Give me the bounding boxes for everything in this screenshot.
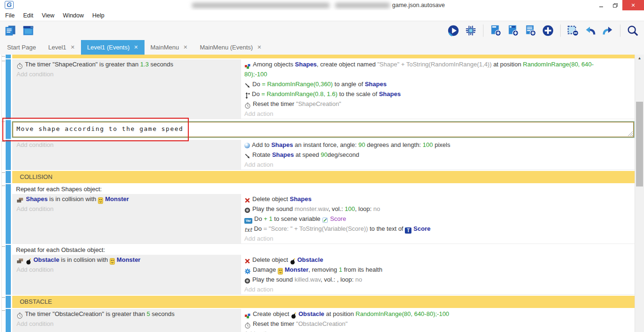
condition-line[interactable]: Shapes is in collision with Monster: [12, 194, 241, 204]
event-highlight-bar[interactable]: [6, 245, 11, 295]
add-condition-button[interactable]: Add condition: [12, 140, 241, 150]
action-line[interactable]: Create object Obstacle at position Rando…: [241, 309, 627, 319]
text-segment: Reset the timer: [253, 100, 296, 107]
condition-line[interactable]: The timer "ShapeCreation" is greater tha…: [12, 59, 241, 69]
fold-tick-icon: [2, 297, 5, 298]
scroll-up-arrow-icon[interactable]: ▲: [635, 55, 644, 62]
debug-icon[interactable]: [464, 24, 477, 37]
add-condition-button[interactable]: Add condition: [12, 319, 241, 329]
add-circle-icon[interactable]: [541, 24, 555, 37]
action-line[interactable]: Do = RandomInRange(0.8, 1.6) to the scal…: [241, 89, 627, 99]
text-segment: to the text of: [368, 225, 405, 232]
action-line[interactable]: txtDo = "Score: " + ToString(Variable(Sc…: [241, 224, 627, 234]
tab-close-icon[interactable]: ✕: [257, 44, 261, 50]
action-line[interactable]: Do = RandomInRange(0,360) to angle of Sh…: [241, 79, 627, 89]
create-object-icon: [244, 63, 251, 69]
action-line[interactable]: Reset the timer "ObstacleCreation": [241, 319, 627, 329]
action-line[interactable]: Among objects Shapes, create object name…: [241, 59, 627, 79]
add-comment-icon[interactable]: [524, 24, 537, 37]
minimize-icon[interactable]: [594, 0, 608, 10]
event-columns: Add conditionAdd to Shapes an instant fo…: [12, 140, 635, 170]
gdevelop-logo: G: [5, 1, 14, 9]
vertical-scrollbar[interactable]: ▲: [635, 55, 644, 332]
tab-level1-events-[interactable]: Level1 (Events)✕: [81, 40, 145, 55]
action-line[interactable]: VarDo + 1 to scene variable Score: [241, 214, 627, 224]
tab-start-page[interactable]: Start Page: [1, 40, 42, 55]
event-body: COLLISION: [12, 171, 635, 183]
delete-event-icon[interactable]: [566, 24, 580, 37]
menu-item-file[interactable]: File: [1, 11, 19, 21]
blurred-title-segment: [192, 3, 330, 8]
actions-column: Create object Obstacle at position Rando…: [241, 309, 635, 332]
action-line[interactable]: Add to Shapes an instant force, angle: 9…: [241, 140, 627, 150]
repeat-event-header[interactable]: Repeat for each Obstacle object:: [12, 245, 635, 255]
tab-level1[interactable]: Level1✕: [42, 40, 81, 55]
redo-icon[interactable]: [601, 24, 614, 37]
text-segment: 1.3: [140, 61, 149, 68]
action-line[interactable]: Play the sound monster.wav, vol.: 100, l…: [241, 204, 627, 214]
scrollbar-thumb[interactable]: [636, 102, 643, 186]
action-line[interactable]: Damage Monster, removing 1 from its heal…: [241, 265, 627, 275]
sound-icon: [244, 207, 250, 213]
scene-editor-icon[interactable]: [22, 24, 35, 37]
preview-play-icon[interactable]: [447, 24, 460, 37]
add-action-button[interactable]: Add action: [241, 284, 627, 294]
window-controls: ✕: [594, 0, 644, 10]
action-line[interactable]: Delete object Shapes: [241, 194, 627, 204]
condition-line[interactable]: Obstacle is in collision with Monster: [12, 255, 241, 265]
tab-mainmenu[interactable]: MainMenu✕: [145, 40, 194, 55]
text-segment: Do: [254, 215, 264, 222]
text-segment: is in collision with: [48, 195, 98, 202]
action-line[interactable]: Play the sound killed.wav, vol.: , loop:…: [241, 275, 627, 284]
event-highlight-bar[interactable]: [6, 296, 11, 308]
condition-line[interactable]: The timer "ObstacleCreation" is greater …: [12, 309, 241, 319]
tab-close-icon[interactable]: ✕: [134, 44, 138, 50]
event-highlight-bar[interactable]: [6, 59, 11, 119]
section-banner[interactable]: COLLISION: [12, 171, 635, 183]
event-highlight-bar[interactable]: [6, 120, 11, 139]
repeat-event-header[interactable]: Repeat for each Shapes object:: [12, 184, 635, 194]
maximize-icon[interactable]: [608, 0, 622, 10]
section-banner[interactable]: OBSTACLE: [12, 296, 635, 308]
tab-close-icon[interactable]: ✕: [71, 44, 75, 50]
add-action-button[interactable]: Add action: [241, 234, 627, 243]
event-highlight-bar[interactable]: [6, 55, 11, 58]
fold-gutter: [2, 309, 6, 332]
event-body: Repeat for each Obstacle object:Obstacle…: [12, 245, 635, 295]
action-line[interactable]: Delete object Obstacle: [241, 255, 627, 265]
add-event-icon[interactable]: [489, 24, 502, 37]
delete-icon: [244, 197, 250, 203]
close-icon[interactable]: ✕: [622, 0, 644, 10]
add-subevent-icon[interactable]: [507, 24, 520, 37]
event-highlight-bar[interactable]: [6, 140, 11, 170]
add-action-button[interactable]: Add action: [241, 329, 627, 332]
search-icon[interactable]: [626, 24, 639, 37]
tab-mainmenu-events-[interactable]: MainMenu (Events)✕: [193, 40, 267, 55]
add-action-button[interactable]: Add action: [241, 109, 627, 119]
text-segment: an instant force, angle:: [293, 141, 358, 148]
menu-item-view[interactable]: View: [38, 11, 59, 21]
fold-gutter: [2, 140, 6, 170]
undo-icon[interactable]: [584, 24, 597, 37]
action-line[interactable]: Reset the timer "ShapeCreation": [241, 99, 627, 109]
add-action-button[interactable]: Add action: [241, 160, 627, 170]
action-line[interactable]: Rotate Shapes at speed 90deg/second: [241, 150, 627, 160]
resize-handle-icon[interactable]: [628, 131, 633, 136]
text-segment: monster.wav: [295, 205, 329, 212]
menu-item-help[interactable]: Help: [88, 11, 109, 21]
menu-item-edit[interactable]: Edit: [19, 11, 38, 21]
event-highlight-bar[interactable]: [6, 184, 11, 244]
tab-label: Level1: [48, 44, 66, 51]
menu-item-window[interactable]: Window: [59, 11, 88, 21]
fold-gutter: [2, 120, 6, 139]
collision-icon: [16, 197, 24, 203]
project-manager-icon[interactable]: [4, 24, 17, 37]
add-condition-button[interactable]: Add condition: [12, 265, 241, 275]
event-highlight-bar[interactable]: [6, 309, 11, 332]
event-highlight-bar[interactable]: [6, 171, 11, 183]
add-condition-button[interactable]: Add condition: [12, 69, 241, 79]
tab-close-icon[interactable]: ✕: [183, 44, 187, 50]
add-condition-button[interactable]: Add condition: [12, 204, 241, 214]
section-banner-partial[interactable]: [12, 55, 635, 58]
comment-textarea[interactable]: Move shape according to the game speed: [12, 121, 634, 138]
